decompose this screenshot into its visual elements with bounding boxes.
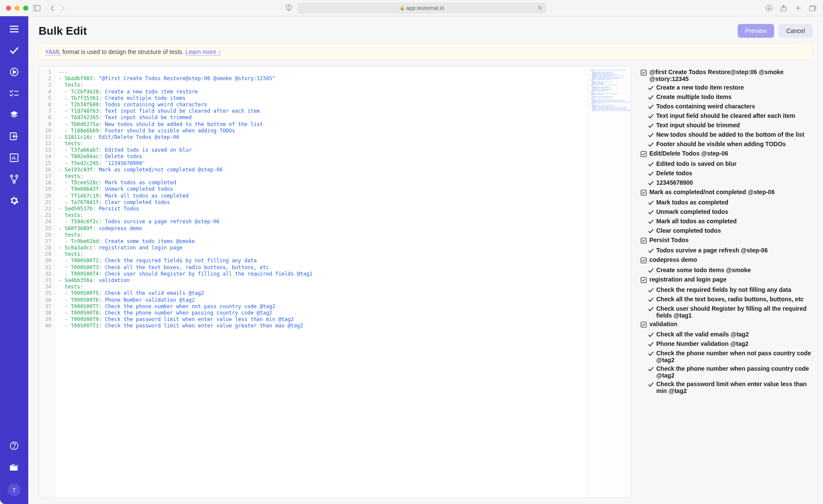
shield-icon[interactable] — [285, 4, 293, 12]
code-line[interactable]: - T37a66ab7: Edited todo is saved on blu… — [58, 147, 627, 153]
preview-test[interactable]: Check all the valid emails @tag2 — [640, 330, 814, 339]
preview-test[interactable]: Check the password limit when enter valu… — [640, 380, 814, 395]
avatar[interactable]: T — [8, 483, 21, 496]
code-line[interactable]: - T9cee526c: Mark todos as completed — [58, 180, 627, 186]
preview-suite[interactable]: codepress demo — [640, 255, 814, 266]
play-icon[interactable] — [9, 67, 19, 77]
preview-suite[interactable]: registration and login page — [640, 275, 814, 285]
code-line[interactable]: - T00S00TT1: Check the password limit wh… — [58, 323, 627, 329]
preview-test[interactable]: Check the phone number when not pass cou… — [640, 349, 814, 364]
minimap[interactable]: --- - Sbadbf083: "@first Create Todos Re… — [588, 66, 631, 498]
preview-button[interactable]: Preview — [738, 24, 775, 38]
code-line[interactable]: tests: — [58, 141, 627, 147]
code-line[interactable]: - T188e6b69: Footer should be visible wh… — [58, 128, 627, 134]
preview-test[interactable]: Check all the text boxes, radio buttons,… — [640, 295, 814, 304]
code-area[interactable]: ---- Sbadbf083: "@first Create Todos Res… — [55, 66, 631, 498]
code-line[interactable]: tests: — [58, 232, 627, 238]
code-line[interactable]: - T5ed2c205: '12345678900' — [58, 160, 627, 167]
reload-icon[interactable]: ↻ — [538, 5, 543, 11]
code-line[interactable]: - T000S00T5: Check all the valid emails … — [58, 290, 627, 297]
code-line[interactable]: - T9e68b43f: Unmark completed todos — [58, 186, 627, 192]
preview-suite[interactable]: @first Create Todos Restore@step:06 @smo… — [640, 68, 814, 83]
code-line[interactable]: --- — [58, 69, 627, 75]
preview-suite[interactable]: Persist Todos — [640, 236, 814, 246]
code-line[interactable]: - Se193c43f: Mark as completed/not compl… — [58, 167, 627, 173]
preview-test[interactable]: Check the required fields by not filling… — [640, 285, 814, 295]
preview-test[interactable]: Create multiple todo items — [640, 93, 814, 102]
url-bar[interactable]: 🔒 app.testomat.io ↻ — [297, 3, 546, 14]
code-line[interactable]: - Sed50537b: Persist Todos — [58, 206, 627, 212]
preview-test[interactable]: Text input should be trimmed — [640, 121, 814, 130]
close-window-icon[interactable] — [6, 6, 11, 11]
preview-test[interactable]: Todos containing weird characters — [640, 102, 814, 111]
preview-test[interactable]: Footer should be visible when adding TOD… — [640, 140, 814, 149]
back-icon[interactable] — [48, 4, 57, 12]
minimize-window-icon[interactable] — [15, 6, 20, 11]
code-line[interactable]: - T000S00T8: Check the phone number when… — [58, 310, 627, 316]
preview-test[interactable]: Check the phone number when passing coun… — [640, 364, 814, 380]
code-line[interactable]: - T000S00T6: Phone Number validation @ta… — [58, 297, 627, 303]
download-icon[interactable] — [765, 4, 773, 12]
code-line[interactable]: - Sa4bb356a: validation — [58, 277, 627, 284]
code-line[interactable]: - T6d742265: Text input should be trimme… — [58, 114, 627, 121]
layers-icon[interactable] — [9, 110, 19, 120]
code-line[interactable]: - Sc0a3adcc: registration and login page — [58, 245, 627, 251]
code-line[interactable]: - T1d748f63: Text input field should be … — [58, 108, 627, 114]
preview-test[interactable]: Create a new todo item restore — [640, 83, 814, 93]
preview-suite[interactable]: Mark as completed/not completed @step-06 — [640, 188, 814, 198]
preview-suite[interactable]: validation — [640, 320, 814, 330]
gear-icon[interactable] — [9, 195, 19, 206]
preview-test[interactable]: Edited todo is saved on blur — [640, 159, 814, 169]
preview-test[interactable]: Clear completed todos — [640, 226, 814, 236]
code-line[interactable]: tests: — [58, 212, 627, 219]
learn-more-link[interactable]: Learn more ↓ — [186, 48, 221, 56]
code-line[interactable]: - T000S00T9: Check the password limit wh… — [58, 316, 627, 323]
preview-test[interactable]: Phone Number validation @tag2 — [640, 339, 814, 349]
code-line[interactable]: - Tb6d6275a: New todos should be added t… — [58, 121, 627, 128]
folders-icon[interactable] — [9, 462, 19, 472]
maximize-window-icon[interactable] — [23, 6, 28, 11]
code-line[interactable]: - T000S00T7: Check the phone number when… — [58, 303, 627, 310]
code-line[interactable]: - S1811c16c: Edit/Delete Todos @step-06 — [58, 134, 627, 141]
forward-icon[interactable] — [58, 4, 67, 12]
code-line[interactable]: tests: — [58, 82, 627, 88]
code-line[interactable]: - Tc9be61bd: Create some todo items @smo… — [58, 238, 627, 245]
preview-test[interactable]: Mark todos as completed — [640, 198, 814, 207]
code-line[interactable]: tests: — [58, 173, 627, 180]
branch-icon[interactable] — [9, 174, 19, 184]
code-line[interactable]: - T000S00T3: Check all the text boxes, r… — [58, 264, 627, 271]
code-line[interactable]: - Tc26fde28: Create a new todo item rest… — [58, 89, 627, 95]
code-line[interactable]: - T000S00T2: Check the required fields b… — [58, 258, 627, 264]
menu-icon[interactable] — [9, 24, 19, 34]
yaml-editor[interactable]: 1234567891011121314151617181920212223242… — [39, 66, 631, 498]
share-icon[interactable] — [779, 4, 788, 12]
code-line[interactable]: - Sbadbf083: "@first Create Todos Restor… — [58, 75, 627, 82]
code-line[interactable]: - T2b34f680: Todos containing weird char… — [58, 102, 627, 108]
new-tab-icon[interactable] — [794, 4, 802, 12]
code-line[interactable]: - T802e84ac: Delete todos — [58, 153, 627, 160]
tabs-icon[interactable] — [808, 4, 817, 12]
preview-test[interactable]: Delete todos — [640, 169, 814, 178]
preview-test[interactable]: Unmark completed todos — [640, 207, 814, 217]
preview-test[interactable]: Todos survive a page refresh @step-06 — [640, 246, 814, 255]
preview-test[interactable]: Check user should Register by filling al… — [640, 304, 814, 320]
help-icon[interactable] — [9, 441, 19, 451]
sidebar-toggle-icon[interactable] — [33, 4, 41, 12]
code-line[interactable]: - S60f3689f: codepress demo — [58, 225, 627, 232]
code-line[interactable]: - Tf1eb7c19: Mark all todos as completed — [58, 193, 627, 199]
preview-test[interactable]: New todos should be added to the bottom … — [640, 130, 814, 140]
preview-test[interactable]: 12345678900 — [640, 178, 814, 188]
preview-test[interactable]: Text input field should be cleared after… — [640, 111, 814, 121]
code-line[interactable]: - Tb7f35361: Create multiple todo items — [58, 95, 627, 102]
cancel-button[interactable]: Cancel — [778, 24, 813, 38]
code-line[interactable]: tests: — [58, 251, 627, 258]
preview-suite[interactable]: Edit/Delete Todos @step-06 — [640, 149, 814, 159]
code-line[interactable]: - T594c6f2c: Todos survive a page refres… — [58, 219, 627, 225]
code-line[interactable]: - T000S00T4: Check user should Register … — [58, 271, 627, 277]
preview-test[interactable]: Mark all todos as completed — [640, 217, 814, 226]
analytics-icon[interactable] — [9, 153, 19, 163]
checklist-icon[interactable] — [9, 88, 19, 99]
import-icon[interactable] — [9, 131, 19, 141]
code-line[interactable]: - Ta7078d1f: Clear completed todos — [58, 199, 627, 206]
check-icon[interactable] — [9, 45, 19, 56]
